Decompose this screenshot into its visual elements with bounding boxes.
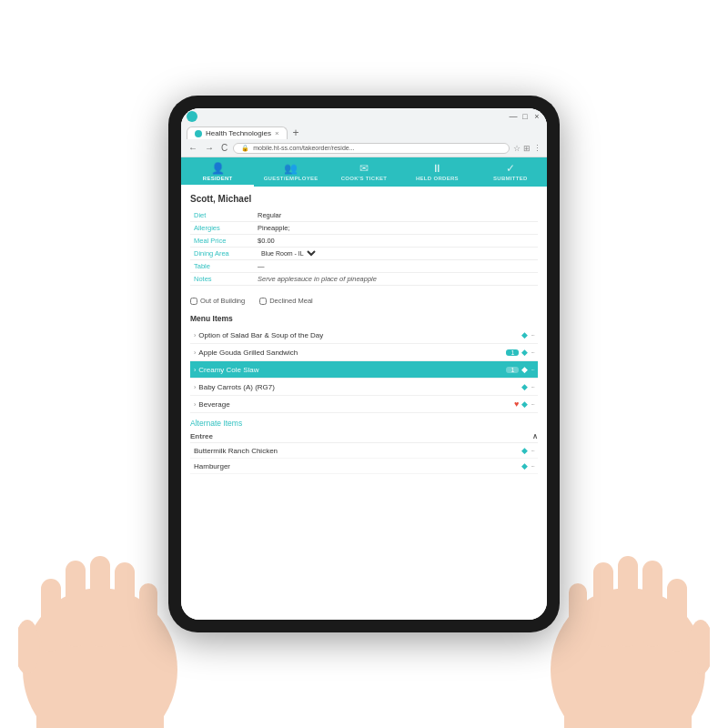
nav-item-resident[interactable]: 👤 RESIDENT [181, 157, 254, 187]
dots-3[interactable]: ··· [531, 383, 534, 391]
alt-dots-0[interactable]: ··· [531, 447, 534, 455]
declined-meal-input[interactable] [259, 298, 267, 305]
browser-window-controls: — □ × [509, 112, 541, 121]
nav-item-held[interactable]: ⏸ HELD ORDERS [400, 157, 473, 187]
menu-item-1[interactable]: › Apple Gouda Grilled Sandwich 1 ◆ ··· [190, 344, 538, 361]
nav-item-cooks[interactable]: ✉ COOK'S TICKET [328, 157, 400, 187]
chevron-icon-4: › [194, 401, 196, 408]
dots-1[interactable]: ··· [531, 349, 534, 357]
notes-row: Notes Serve applesauce in place of pinea… [190, 273, 538, 286]
held-icon: ⏸ [431, 162, 442, 175]
table-label: Table [190, 260, 254, 273]
diamond-icon-2[interactable]: ◆ [521, 365, 528, 374]
nav-item-guest[interactable]: 👥 GUEST/EMPLOYEE [254, 157, 327, 187]
alt-dots-1[interactable]: ··· [531, 462, 534, 470]
browser-tab-active[interactable]: Health Technologies × [187, 126, 288, 139]
collapse-icon[interactable]: ∧ [532, 432, 538, 440]
alternate-section-title: Alternate Items [190, 419, 538, 428]
dots-4[interactable]: ··· [531, 400, 534, 409]
out-of-building-input[interactable] [190, 298, 197, 305]
dots-0[interactable]: ··· [531, 331, 534, 339]
menu-item-name-1: Apple Gouda Grilled Sandwich [198, 349, 506, 357]
menu-item-actions-0: ◆ ··· [521, 330, 534, 339]
qty-badge-1: 1 [506, 349, 519, 356]
dining-area-select[interactable]: Blue Room - IL [258, 249, 318, 258]
dining-area-value[interactable]: Blue Room - IL [254, 248, 538, 260]
diamond-icon-4[interactable]: ◆ [521, 399, 528, 409]
app-logo-icon [187, 111, 197, 122]
menu-item-3[interactable]: › Baby Carrots (A) (RG7) ◆ ··· [190, 379, 538, 396]
menu-item-4[interactable]: › Beverage ♥ ◆ ··· [190, 396, 538, 413]
svg-rect-12 [618, 556, 638, 647]
menu-item-0[interactable]: › Option of Salad Bar & Soup of the Day … [190, 327, 538, 344]
diet-label: Diet [190, 209, 254, 222]
heart-icon-4[interactable]: ♥ [514, 399, 519, 409]
refresh-button[interactable]: C [219, 142, 229, 154]
tab-close-icon[interactable]: × [275, 129, 279, 137]
chevron-icon-0: › [194, 332, 196, 339]
menu-item-2[interactable]: › Creamy Cole Slaw 1 ◆ ··· [190, 361, 538, 379]
menu-item-actions-4: ♥ ◆ ··· [514, 399, 534, 409]
browser-chrome: — □ × Health Technologies × + [181, 108, 547, 157]
menu-item-actions-2: 1 ◆ ··· [506, 365, 534, 374]
notes-label: Notes [190, 273, 254, 286]
meal-price-row: Meal Price $0.00 [190, 235, 538, 248]
out-of-building-label: Out of Building [200, 297, 245, 305]
back-button[interactable]: ← [187, 142, 199, 154]
svg-rect-10 [667, 579, 687, 652]
tab-favicon [195, 130, 202, 137]
chevron-icon-3: › [194, 384, 196, 390]
forward-button[interactable]: → [203, 142, 216, 154]
address-text: mobile.ht-ss.com/takeorder/reside... [253, 145, 354, 151]
hand-left [18, 488, 182, 728]
out-of-building-checkbox[interactable]: Out of Building [190, 297, 245, 305]
nav-label-guest: GUEST/EMPLOYEE [264, 176, 318, 181]
close-button[interactable]: × [532, 112, 541, 121]
address-input[interactable]: 🔒 mobile.ht-ss.com/takeorder/reside... [233, 143, 510, 154]
cast-icon[interactable]: ⊞ [523, 144, 531, 153]
menu-item-name-3: Baby Carrots (A) (RG7) [198, 383, 521, 391]
submitted-icon: ✓ [506, 162, 515, 175]
star-icon[interactable]: ☆ [513, 144, 521, 153]
dining-area-label: Dining Area [190, 248, 254, 260]
declined-meal-checkbox[interactable]: Declined Meal [259, 297, 313, 305]
menu-item-actions-3: ◆ ··· [521, 382, 534, 391]
menu-icon[interactable]: ⋮ [533, 144, 541, 153]
scene: — □ × Health Technologies × + [0, 0, 728, 728]
diet-value: Regular [254, 209, 538, 222]
meal-price-value: $0.00 [254, 235, 538, 248]
app-content: Scott, Michael Diet Regular Allergies Pi… [181, 187, 547, 620]
diamond-icon-3[interactable]: ◆ [521, 382, 528, 391]
maximize-button[interactable]: □ [521, 112, 530, 121]
alt-diamond-1[interactable]: ◆ [521, 461, 528, 470]
patient-info-table: Diet Regular Allergies Pineapple; Meal P… [190, 209, 538, 286]
alt-category-entree[interactable]: Entree ∧ [190, 430, 538, 443]
patient-name: Scott, Michael [190, 194, 538, 204]
address-bar: ← → C 🔒 mobile.ht-ss.com/takeorder/resid… [181, 139, 547, 157]
tab-label: Health Technologies [206, 129, 271, 137]
alt-item-0[interactable]: Buttermilk Ranch Chicken ◆ ··· [190, 443, 538, 459]
browser-titlebar: — □ × [181, 108, 547, 125]
nav-label-cooks: COOK'S TICKET [341, 176, 388, 181]
app-navigation: 👤 RESIDENT 👥 GUEST/EMPLOYEE ✉ COOK'S TIC… [181, 157, 547, 187]
alt-item-actions-1: ◆ ··· [521, 461, 534, 470]
svg-rect-11 [642, 561, 662, 647]
diamond-icon-1[interactable]: ◆ [521, 348, 528, 357]
new-tab-button[interactable]: + [289, 126, 303, 139]
nav-item-submitted[interactable]: ✓ SUBMITTED [474, 157, 547, 187]
table-row-info: Table — [190, 260, 538, 273]
diet-row: Diet Regular [190, 209, 538, 222]
alt-item-1[interactable]: Hamburger ◆ ··· [190, 459, 538, 474]
allergies-row: Allergies Pineapple; [190, 222, 538, 235]
nav-label-held: HELD ORDERS [416, 176, 459, 181]
menu-item-actions-1: 1 ◆ ··· [506, 348, 534, 357]
dots-2[interactable]: ··· [531, 366, 534, 374]
nav-label-submitted: SUBMITTED [493, 176, 528, 181]
tablet: — □ × Health Technologies × + [168, 96, 560, 632]
diamond-icon-0[interactable]: ◆ [521, 330, 528, 339]
chevron-icon-2: › [194, 367, 196, 373]
alt-diamond-0[interactable]: ◆ [521, 446, 528, 455]
qty-badge-2: 1 [506, 367, 519, 373]
minimize-button[interactable]: — [509, 112, 518, 121]
hand-right [546, 488, 710, 728]
